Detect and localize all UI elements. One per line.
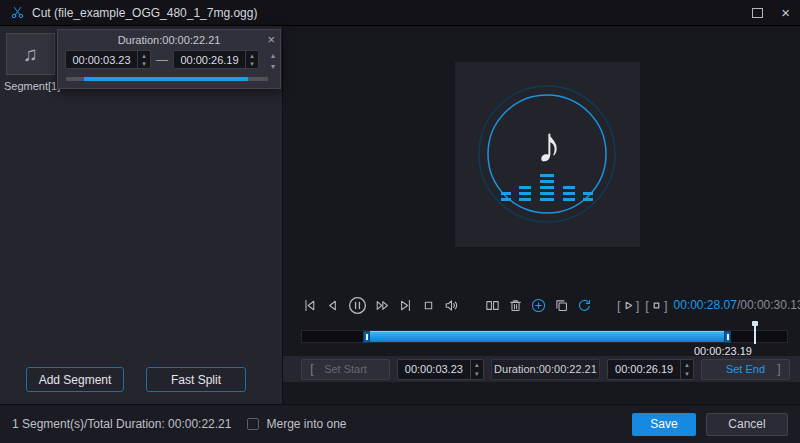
next-frame-button[interactable] bbox=[397, 297, 414, 314]
trim-end-value: 00:00:26.19 bbox=[608, 363, 680, 375]
spin-up-icon: ▴ bbox=[142, 52, 146, 59]
preview-play-button[interactable]: [ ] bbox=[617, 298, 639, 313]
next-frame-icon bbox=[397, 297, 414, 314]
spin-down-icon: ▾ bbox=[685, 370, 689, 377]
trim-start-input[interactable]: 00:00:03.23 ▴ ▾ bbox=[397, 359, 484, 380]
window-controls: × bbox=[752, 5, 790, 20]
step-back-button[interactable] bbox=[324, 297, 341, 314]
segment-range-slider[interactable] bbox=[66, 77, 268, 81]
timeline-track[interactable] bbox=[301, 330, 788, 343]
decrement-button[interactable]: ▾ bbox=[138, 60, 150, 69]
split-icon bbox=[484, 297, 501, 314]
segments-panel: ♫ Segment[1] Duration:00:00:22.21 × ▴ ▾ … bbox=[0, 26, 283, 404]
segment-end-input[interactable]: 00:00:26.19 ▴ ▾ bbox=[173, 50, 259, 69]
increment-button[interactable]: ▴ bbox=[246, 51, 258, 60]
duration-display: Duration:00:00:22.21 bbox=[491, 359, 601, 380]
merge-label: Merge into one bbox=[266, 417, 346, 431]
timeline: 00:00:23.19 bbox=[301, 326, 788, 358]
copy-icon bbox=[553, 297, 570, 314]
stepper: ▴ ▾ bbox=[137, 51, 150, 68]
close-icon: × bbox=[781, 4, 790, 21]
spin-up-icon: ▴ bbox=[250, 52, 254, 59]
add-segment-tool-button[interactable] bbox=[530, 297, 547, 314]
close-button[interactable]: × bbox=[781, 5, 790, 20]
trim-controls: [ Set Start 00:00:03.23 ▴ ▾ Duration:00:… bbox=[283, 356, 800, 382]
volume-button[interactable] bbox=[443, 297, 460, 314]
merge-checkbox[interactable] bbox=[247, 418, 259, 430]
increment-button[interactable]: ▴ bbox=[138, 51, 150, 60]
collapse-down-button[interactable]: ▾ bbox=[270, 62, 276, 72]
spin-down-icon: ▾ bbox=[475, 370, 479, 377]
timeline-selection[interactable] bbox=[364, 331, 730, 342]
segment-editor-popup: Duration:00:00:22.21 × ▴ ▾ 00:00:03.23 ▴… bbox=[57, 29, 281, 89]
preview-stop-icon bbox=[651, 300, 662, 311]
dash-separator: — bbox=[156, 53, 168, 67]
fast-split-button[interactable]: Fast Split bbox=[146, 367, 246, 392]
save-button[interactable]: Save bbox=[632, 413, 696, 436]
pause-button[interactable] bbox=[347, 295, 368, 316]
stop-button[interactable] bbox=[420, 297, 437, 314]
cut-dialog: Cut (file_example_OGG_480_1_7mg.ogg) × ♫… bbox=[0, 0, 800, 443]
segment-duration-label: Duration:00:00:22.21 bbox=[58, 34, 280, 46]
preview-stop-button[interactable]: [ ] bbox=[645, 298, 667, 313]
maximize-button[interactable] bbox=[752, 8, 763, 18]
decrement-button[interactable]: ▾ bbox=[471, 369, 483, 379]
cancel-button[interactable]: Cancel bbox=[706, 413, 788, 436]
editor-collapse-controls: ▴ ▾ bbox=[270, 51, 276, 72]
set-end-button[interactable]: Set End ] bbox=[701, 359, 790, 380]
bracket-open-glyph: [ bbox=[617, 298, 621, 313]
stepper: ▴ ▾ bbox=[470, 360, 483, 379]
delete-segment-button[interactable] bbox=[507, 297, 524, 314]
total-time: 00:00:30.13 bbox=[740, 298, 800, 312]
bracket-open-glyph: [ bbox=[645, 298, 649, 313]
bracket-close-glyph: ] bbox=[636, 298, 640, 313]
decrement-button[interactable]: ▾ bbox=[246, 60, 258, 69]
segment-time-row: 00:00:03.23 ▴ ▾ — 00:00:26.19 ▴ ▾ bbox=[65, 50, 280, 69]
increment-button[interactable]: ▴ bbox=[681, 360, 693, 370]
album-art-graphic: ♪ bbox=[455, 62, 640, 247]
stop-icon bbox=[420, 297, 437, 314]
skip-to-start-button[interactable] bbox=[301, 297, 318, 314]
set-start-label: Set Start bbox=[315, 363, 376, 375]
duration-value: Duration:00:00:22.21 bbox=[494, 363, 597, 375]
pause-icon bbox=[347, 295, 368, 316]
collapse-up-button[interactable]: ▴ bbox=[270, 51, 276, 61]
reset-button[interactable] bbox=[576, 297, 593, 314]
playhead[interactable] bbox=[754, 321, 756, 344]
footer-bar: 1 Segment(s)/Total Duration: 00:00:22.21… bbox=[0, 404, 800, 443]
segment-start-input[interactable]: 00:00:03.23 ▴ ▾ bbox=[65, 50, 151, 69]
spin-down-icon: ▾ bbox=[142, 60, 146, 67]
segment-thumbnail[interactable]: ♫ bbox=[6, 33, 55, 75]
selection-end-handle[interactable] bbox=[724, 331, 731, 343]
scissors-icon bbox=[10, 5, 25, 20]
volume-icon bbox=[443, 297, 460, 314]
bracket-close-glyph: ] bbox=[664, 298, 668, 313]
total-duration-summary: 1 Segment(s)/Total Duration: 00:00:22.21 bbox=[12, 417, 231, 431]
set-end-label: Set End bbox=[715, 363, 776, 375]
segment-start-value: 00:00:03.23 bbox=[66, 54, 137, 66]
fast-forward-button[interactable] bbox=[374, 297, 391, 314]
current-time: 00:00:28.07 bbox=[674, 298, 737, 312]
player-panel: ♪ bbox=[283, 26, 800, 404]
trim-end-input[interactable]: 00:00:26.19 ▴ ▾ bbox=[607, 359, 694, 380]
increment-button[interactable]: ▴ bbox=[471, 360, 483, 370]
stepper: ▴ ▾ bbox=[680, 360, 693, 379]
add-segment-button[interactable]: Add Segment bbox=[26, 367, 124, 392]
music-note-icon: ♪ bbox=[537, 117, 562, 173]
album-art: ♪ bbox=[455, 62, 640, 247]
spin-down-icon: ▾ bbox=[250, 60, 254, 67]
segment-end-value: 00:00:26.19 bbox=[174, 54, 245, 66]
selection-start-handle[interactable] bbox=[363, 331, 370, 343]
fast-forward-icon bbox=[374, 297, 391, 314]
close-editor-button[interactable]: × bbox=[265, 30, 277, 49]
decrement-button[interactable]: ▾ bbox=[681, 369, 693, 379]
spin-up-icon: ▴ bbox=[685, 361, 689, 368]
plus-circle-icon bbox=[530, 297, 547, 314]
duplicate-segment-button[interactable] bbox=[553, 297, 570, 314]
spin-up-icon: ▴ bbox=[475, 361, 479, 368]
split-segment-button[interactable] bbox=[484, 297, 501, 314]
preview-play-icon bbox=[623, 300, 634, 311]
window-title: Cut (file_example_OGG_480_1_7mg.ogg) bbox=[32, 6, 257, 20]
chevron-down-icon: ▾ bbox=[271, 62, 275, 71]
set-start-button[interactable]: [ Set Start bbox=[301, 359, 390, 380]
